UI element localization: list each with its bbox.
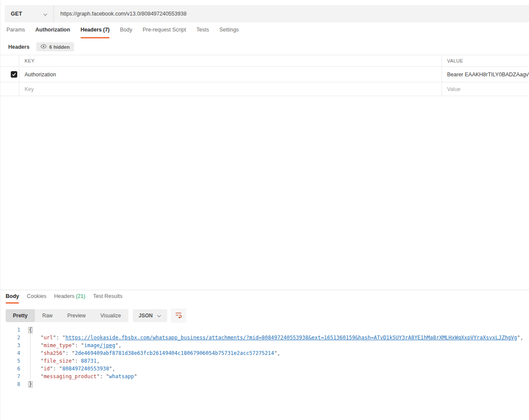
line-number: 2 [0,334,20,342]
tab-count-badge: (7) [103,27,110,33]
row-checkbox-checked[interactable] [11,71,17,78]
wrap-lines-button[interactable] [171,308,186,323]
header-value-input[interactable]: Bearer EAAKH8rTILY0BADZAagvW [447,72,529,78]
code-line: 4 "sha256": "2de469409abf8781d38e63fcb26… [0,349,529,357]
response-tabs: BodyCookiesHeaders(21)Test Results [6,293,122,304]
table-header-row: KEY VALUE [0,55,529,66]
response-toolbar: PrettyRawPreviewVisualize JSON [6,308,186,323]
key-placeholder-input[interactable]: Key [25,86,34,92]
response-body-viewer[interactable]: 1{2 "url": "https://lookaside.fbsbx.com/… [0,326,529,388]
line-number: 8 [0,380,20,388]
table-row-empty: Key Value [0,82,529,96]
line-number: 1 [0,326,20,334]
method-selector[interactable]: GET [5,5,54,22]
value-column-header: VALUE [447,58,463,63]
line-number: 6 [0,365,20,373]
hidden-headers-toggle[interactable]: 6 hidden [36,42,74,51]
tab-test-results[interactable]: Test Results [93,293,122,304]
code-line: 7 "messaging_product": "whatsapp" [0,373,529,380]
indent-guide [30,333,31,382]
chevron-down-icon [43,10,47,18]
wrap-lines-icon [175,311,182,320]
eye-icon [41,44,47,50]
headers-title: Headers [8,44,29,50]
method-label: GET [11,11,22,17]
code-line: 2 "url": "https://lookaside.fbsbx.com/wh… [0,334,529,342]
tab-headers[interactable]: Headers(21) [54,293,85,304]
tab-body[interactable]: Body [120,27,132,38]
headers-subheader: Headers 6 hidden [8,42,74,51]
line-number: 5 [0,357,20,365]
code-line: 8} [0,380,529,388]
tab-count-badge: (21) [76,293,85,299]
request-tabs: ParamsAuthorizationHeaders(7)BodyPre-req… [6,27,239,38]
code-line: 1{ [0,326,529,334]
line-number: 7 [0,373,20,380]
tab-authorization[interactable]: Authorization [35,27,70,38]
view-mode-preview[interactable]: Preview [60,309,93,322]
url-input[interactable]: https://graph.facebook.com/v13.0/8084972… [54,5,529,22]
code-line: 3 "mime_type": "image/jpeg", [0,342,529,349]
view-mode-switcher: PrettyRawPreviewVisualize [6,309,128,322]
format-label: JSON [139,313,153,319]
request-url-bar: GET https://graph.facebook.com/v13.0/808… [5,5,529,22]
view-mode-raw[interactable]: Raw [35,309,60,322]
table-row: Authorization Bearer EAAKH8rTILY0BADZAag… [0,66,529,82]
key-column-header: KEY [25,58,34,63]
app-window: GET https://graph.facebook.com/v13.0/808… [0,0,529,420]
code-line: 6 "id": "808497240553938", [0,365,529,373]
tab-pre-request-script[interactable]: Pre-request Script [143,27,186,38]
value-placeholder-input[interactable]: Value [447,86,460,92]
chevron-down-icon [157,313,161,319]
view-mode-visualize[interactable]: Visualize [93,309,128,322]
tab-body[interactable]: Body [6,293,19,304]
code-line: 5 "file_size": 88731, [0,357,529,365]
response-panel: BodyCookiesHeaders(21)Test Results Prett… [0,290,529,420]
tab-cookies[interactable]: Cookies [27,293,46,304]
format-selector[interactable]: JSON [133,309,168,322]
tab-tests[interactable]: Tests [196,27,209,38]
tab-settings[interactable]: Settings [219,27,239,38]
tab-headers[interactable]: Headers(7) [81,27,110,38]
view-mode-pretty[interactable]: Pretty [6,309,35,322]
line-number: 4 [0,349,20,357]
header-checkbox-cell [0,55,19,66]
tab-params[interactable]: Params [6,27,25,38]
header-key-input[interactable]: Authorization [25,72,56,78]
headers-table: KEY VALUE Authorization Bearer EAAKH8rTI… [0,55,529,96]
line-number: 3 [0,342,20,349]
hidden-headers-label: 6 hidden [49,44,69,50]
